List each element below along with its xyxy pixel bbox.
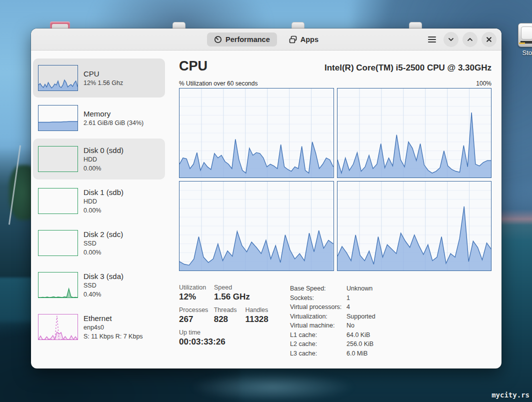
detail-value: 64.0 KiB	[346, 332, 370, 338]
graph-caption-left: % Utilization over 60 seconds	[179, 80, 258, 87]
detail-label: Virtual processors:	[290, 304, 346, 310]
cpu-details: Base Speed: Unknown Sockets: 1 Virtual p…	[290, 284, 492, 357]
menu-button[interactable]	[424, 32, 440, 47]
detail-row: Virtual processors: 4	[290, 304, 492, 310]
cpu-stats: Utilization 12% Speed 1.56 GHz Processes…	[179, 284, 290, 357]
cpu-model: Intel(R) Core(TM) i5-2500 CPU @ 3.30GHz	[324, 63, 492, 73]
sidebar-item-line: SSD	[84, 240, 123, 248]
sidebar-item-line: 2.61 GiB/8 GiB (34%)	[84, 119, 144, 128]
mini-graph	[38, 188, 78, 214]
cpu-core1-graph	[179, 88, 334, 178]
stat-value: 11328	[245, 314, 290, 324]
tab-apps[interactable]: Apps	[282, 32, 326, 46]
stat-threads: Threads 828	[214, 306, 246, 324]
detail-label: Virtual machine:	[290, 322, 346, 329]
graph-caption-right: 100%	[476, 80, 492, 87]
desktop-folder-icon[interactable]	[292, 22, 304, 29]
stat-value: 1.56 GHz	[214, 292, 250, 302]
sidebar-item-title: Disk 2 (sdc)	[84, 229, 123, 240]
cpu-core3-graph	[179, 181, 334, 271]
stat-label: Processes	[179, 306, 214, 314]
detail-row: Virtualization: Supported	[290, 313, 492, 320]
detail-label: Base Speed:	[290, 285, 346, 292]
mini-graph	[38, 272, 78, 298]
chevron-up-icon	[466, 36, 474, 43]
desktop-folder-icon[interactable]	[409, 22, 422, 29]
sidebar-item-line: S: 11 Kbps R: 7 Kbps	[84, 332, 143, 342]
chevron-down-icon	[448, 36, 454, 43]
stat-label: Threads	[214, 306, 246, 314]
cpu-panel: CPU Intel(R) Core(TM) i5-2500 CPU @ 3.30…	[167, 50, 502, 368]
sidebar-item-line: 0.00%	[84, 164, 124, 174]
desktop-folder-icon[interactable]	[172, 22, 186, 29]
mini-graph	[38, 105, 78, 131]
mission-center-window: Performance Apps	[31, 28, 502, 368]
close-icon	[486, 36, 492, 43]
detail-row: L2 cache: 256.0 KiB	[290, 340, 492, 348]
tab-performance[interactable]: Performance	[207, 32, 277, 46]
sidebar-item-title: CPU	[84, 68, 123, 79]
water-streak	[190, 372, 355, 402]
tab-performance-label: Performance	[226, 36, 270, 44]
sidebar-item-cpu[interactable]: CPU 12% 1.56 Ghz	[33, 58, 165, 98]
mini-graph	[38, 230, 78, 256]
mini-graph	[38, 65, 78, 91]
maximize-button[interactable]	[462, 32, 478, 47]
stat-handles: Handles 11328	[245, 306, 290, 324]
storage-icon-label[interactable]: Sto	[522, 49, 532, 56]
sidebar-item-line: 0.40%	[84, 290, 124, 300]
detail-label: Sockets:	[290, 294, 346, 302]
sidebar: CPU 12% 1.56 Ghz Memory 2.61 GiB/8 GiB (…	[31, 50, 167, 368]
stat-processes: Processes 267	[179, 306, 214, 324]
storage-drive-stripe	[519, 42, 525, 44]
sidebar-item-title: Ethernet	[84, 313, 143, 324]
sidebar-item-title: Memory	[84, 108, 144, 119]
detail-label: L1 cache:	[290, 332, 346, 338]
stat-speed: Speed 1.56 GHz	[214, 284, 250, 302]
stat-label: Utilization	[179, 284, 214, 291]
sidebar-item-disk1[interactable]: Disk 1 (sdb) HDD0.00%	[33, 180, 165, 222]
apps-icon	[289, 36, 297, 44]
sidebar-item-disk3[interactable]: Disk 3 (sda) SSD0.40%	[33, 264, 165, 306]
sidebar-item-title: Disk 3 (sda)	[84, 271, 124, 282]
stat-label: Speed	[214, 284, 250, 291]
sidebar-item-disk0[interactable]: Disk 0 (sdd) HDD0.00%	[33, 138, 165, 180]
mini-graph	[38, 314, 78, 340]
sidebar-item-line: 12% 1.56 Ghz	[84, 79, 123, 88]
detail-row: Sockets: 1	[290, 294, 492, 302]
sidebar-item-title: Disk 0 (sdd)	[84, 145, 124, 156]
stat-value: 12%	[179, 292, 214, 302]
close-button[interactable]	[482, 32, 496, 47]
page-title: CPU	[179, 58, 208, 74]
detail-value: 4	[346, 304, 350, 310]
stat-utilization: Utilization 12%	[179, 284, 214, 302]
stat-value: 00:03:33:26	[179, 337, 226, 347]
detail-value: No	[346, 322, 354, 329]
stat-uptime: Up time 00:03:33:26	[179, 329, 226, 347]
detail-value: 1	[346, 294, 350, 302]
stat-label: Handles	[245, 306, 290, 314]
stat-value: 267	[179, 314, 214, 324]
cpu-core4-graph	[337, 181, 492, 271]
sidebar-item-disk2[interactable]: Disk 2 (sdc) SSD0.00%	[33, 222, 165, 264]
detail-value: Supported	[346, 313, 376, 320]
menu-icon	[428, 36, 436, 42]
detail-value: 6.0 MiB	[346, 350, 368, 357]
headerbar: Performance Apps	[31, 28, 502, 50]
cpu-core-graphs	[179, 88, 492, 271]
sidebar-item-line: enp4s0	[84, 324, 143, 332]
sidebar-item-memory[interactable]: Memory 2.61 GiB/8 GiB (34%)	[33, 98, 165, 138]
cpu-core2-graph	[337, 88, 492, 178]
detail-label: Virtualization:	[290, 313, 346, 320]
mini-graph	[38, 146, 78, 172]
gauge-icon	[214, 36, 222, 44]
sidebar-item-line: HDD	[84, 156, 124, 164]
minimize-button[interactable]	[444, 32, 458, 47]
sidebar-item-ethernet[interactable]: Ethernet enp4s0S: 11 Kbps R: 7 Kbps	[33, 306, 165, 348]
sidebar-item-line: SSD	[84, 282, 124, 290]
sidebar-item-line: HDD	[84, 198, 124, 206]
detail-value: Unknown	[346, 285, 372, 292]
sidebar-item-line: 0.00%	[84, 206, 124, 216]
sidebar-item-title: Disk 1 (sdb)	[84, 187, 124, 198]
detail-label: L3 cache:	[290, 350, 346, 357]
